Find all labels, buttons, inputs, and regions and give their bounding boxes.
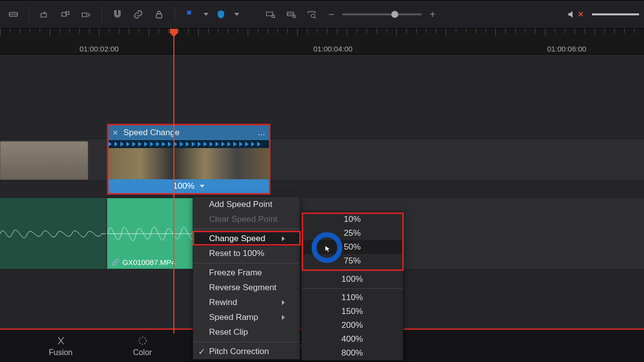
separator bbox=[174, 7, 175, 22]
timecode-label: 01:00:06:00 bbox=[547, 45, 586, 53]
ruler-tick bbox=[594, 29, 595, 36]
menu-add-speed-point[interactable]: Add Speed Point bbox=[193, 197, 300, 212]
ruler-tick bbox=[188, 29, 189, 33]
menu-separator bbox=[193, 263, 300, 263]
ruler-tick bbox=[555, 29, 555, 33]
speed-change-clip[interactable]: ✕ Speed Change ... 100% bbox=[107, 124, 270, 195]
ruler-tick bbox=[30, 29, 30, 33]
insert-clip-icon[interactable] bbox=[36, 6, 53, 23]
menu-pitch-correction[interactable]: ✓ Pitch Correction bbox=[193, 344, 300, 359]
ruler-tick bbox=[59, 29, 60, 33]
chevron-right-icon bbox=[282, 315, 285, 320]
zoom-out-button[interactable]: − bbox=[324, 9, 338, 20]
ruler-tick bbox=[317, 29, 318, 33]
snap-icon[interactable] bbox=[109, 6, 126, 23]
zoom-detail-icon[interactable] bbox=[283, 6, 300, 23]
ruler-tick bbox=[40, 29, 40, 33]
speed-percent-value: 100% bbox=[173, 181, 194, 191]
zoom-slider[interactable] bbox=[342, 13, 422, 15]
zoom-in-button[interactable]: + bbox=[426, 9, 439, 20]
ruler-tick bbox=[50, 29, 50, 36]
timeline-view-icon[interactable] bbox=[5, 6, 22, 23]
speed-50[interactable]: 50% bbox=[302, 240, 403, 254]
speed-100[interactable]: 100% bbox=[302, 272, 403, 286]
ruler-tick bbox=[258, 29, 258, 33]
ruler-tick bbox=[614, 29, 615, 33]
speed-800[interactable]: 800% bbox=[302, 346, 403, 360]
ruler-tick bbox=[89, 29, 90, 33]
ruler-tick bbox=[495, 29, 496, 36]
ruler-tick bbox=[426, 29, 427, 33]
flag-icon[interactable] bbox=[182, 6, 199, 23]
audio-clip-label: 🔗 GX010087.MP4 bbox=[111, 258, 175, 266]
menu-reverse-segment[interactable]: Reverse Segment bbox=[193, 280, 300, 295]
ruler-tick bbox=[347, 29, 347, 36]
speed-75[interactable]: 75% bbox=[302, 254, 403, 268]
chevron-down-icon[interactable] bbox=[204, 13, 209, 16]
speed-percent-dropdown[interactable]: 100% bbox=[108, 179, 269, 193]
ruler-tick bbox=[129, 29, 129, 33]
ruler-tick bbox=[69, 29, 70, 33]
overwrite-clip-icon[interactable] bbox=[57, 6, 74, 23]
video-track-lane[interactable] bbox=[0, 139, 644, 181]
ruler-tick bbox=[376, 29, 377, 33]
svg-rect-1 bbox=[41, 13, 47, 17]
tab-color[interactable]: Color bbox=[102, 335, 183, 357]
menu-separator bbox=[302, 270, 403, 270]
menu-clear-speed-point: Clear Speed Point bbox=[193, 212, 300, 227]
marker-shield-icon[interactable] bbox=[213, 6, 229, 23]
menu-speed-ramp[interactable]: Speed Ramp bbox=[193, 310, 300, 325]
playhead[interactable] bbox=[170, 29, 178, 37]
speed-indicator-strip bbox=[108, 140, 269, 148]
chevron-down-icon[interactable] bbox=[234, 13, 239, 16]
ruler-tick bbox=[565, 29, 565, 33]
mute-icon[interactable]: ✕ bbox=[567, 9, 584, 19]
ruler-tick bbox=[456, 29, 456, 33]
volume-slider[interactable] bbox=[592, 13, 639, 15]
clip-title: Speed Change bbox=[123, 128, 179, 138]
zoom-custom-icon[interactable] bbox=[304, 6, 321, 23]
svg-point-10 bbox=[311, 14, 315, 17]
tab-fusion[interactable]: Fusion bbox=[20, 335, 102, 357]
tab-label: Fusion bbox=[49, 348, 72, 357]
speed-110[interactable]: 110% bbox=[302, 291, 403, 305]
ruler-tick bbox=[505, 29, 506, 33]
speed-200[interactable]: 200% bbox=[302, 318, 403, 332]
ruler-tick bbox=[466, 29, 466, 33]
speed-25[interactable]: 25% bbox=[302, 226, 403, 240]
speed-150[interactable]: 150% bbox=[302, 305, 403, 318]
timeline-toolbar: − + ✕ bbox=[0, 0, 644, 29]
menu-change-speed[interactable]: Change Speed bbox=[193, 231, 300, 246]
svg-point-12 bbox=[139, 337, 146, 344]
ruler-tick bbox=[386, 29, 387, 33]
ruler-tick bbox=[0, 29, 0, 36]
ruler-tick bbox=[238, 29, 238, 33]
zoom-handle[interactable] bbox=[391, 11, 398, 18]
menu-reset-to-100[interactable]: Reset to 100% bbox=[193, 246, 300, 261]
ruler-tick bbox=[10, 29, 10, 33]
timecode-label: 01:00:02:00 bbox=[79, 45, 118, 53]
ruler-tick bbox=[109, 29, 109, 33]
ruler-tick bbox=[149, 29, 149, 36]
close-icon[interactable]: ✕ bbox=[112, 129, 118, 137]
ruler-tick bbox=[297, 29, 298, 36]
ruler-tick bbox=[277, 29, 278, 33]
speed-400[interactable]: 400% bbox=[302, 332, 403, 346]
lock-icon[interactable] bbox=[151, 6, 167, 23]
link-icon[interactable] bbox=[130, 6, 147, 23]
zoom-full-icon[interactable] bbox=[262, 6, 279, 23]
ruler-tick bbox=[287, 29, 288, 33]
ruler-tick bbox=[208, 29, 209, 33]
timeline-ruler[interactable]: 01:00:02:00 01:00:04:00 01:00:06:00 bbox=[0, 29, 644, 54]
menu-reset-clip[interactable]: Reset Clip bbox=[193, 325, 300, 340]
speed-10[interactable]: 10% bbox=[302, 212, 403, 226]
ruler-tick bbox=[634, 29, 635, 33]
replace-clip-icon[interactable] bbox=[78, 6, 95, 23]
adjacent-audio-clip[interactable] bbox=[0, 198, 106, 269]
clip-thumbnail bbox=[108, 148, 269, 179]
menu-freeze-frame[interactable]: Freeze Frame bbox=[193, 265, 300, 280]
adjacent-clip-thumbnail[interactable] bbox=[0, 141, 88, 180]
menu-rewind[interactable]: Rewind bbox=[193, 295, 300, 310]
chevron-down-icon bbox=[200, 185, 205, 188]
mute-x-icon: ✕ bbox=[578, 10, 584, 19]
